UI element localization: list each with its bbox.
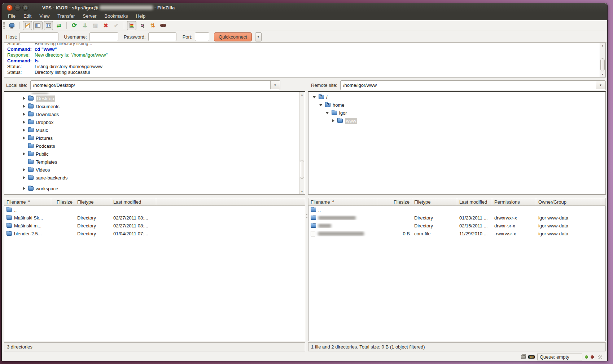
refresh-button[interactable]: ⟳ [70, 21, 79, 30]
disconnect-button[interactable]: ✖ [101, 21, 110, 30]
tree-item-root[interactable]: / [308, 93, 605, 101]
quickconnect-dropdown-button[interactable]: ▼ [255, 32, 262, 41]
scroll-down-icon[interactable]: ▼ [600, 72, 605, 77]
scroll-up-icon[interactable]: ▲ [600, 43, 605, 48]
toggle-local-tree-button[interactable] [33, 21, 43, 30]
host-input[interactable] [19, 32, 58, 41]
file-row[interactable]: Mašinski m... Directory 02/27/2011 08:..… [4, 222, 305, 230]
activity-led-green [585, 355, 588, 359]
local-tree-scrollbar[interactable]: ▲ ▼ [299, 92, 305, 194]
remote-site-dropdown[interactable]: ▼ [596, 81, 605, 89]
column-owner-group[interactable]: Owner/Group [536, 198, 601, 205]
maximize-button[interactable]: ▢ [22, 5, 29, 11]
tree-item-clipped[interactable] [4, 92, 305, 94]
expand-icon[interactable] [332, 119, 334, 122]
port-input[interactable] [195, 32, 209, 41]
synchronized-browsing-button[interactable]: ⇅ [148, 21, 157, 30]
local-site-combobox[interactable]: /home/igor/Desktop/ ▼ [30, 80, 280, 90]
username-input[interactable] [89, 32, 118, 41]
tree-item-sane-backends[interactable]: sane-backends [4, 174, 305, 182]
tree-item-workspace[interactable]: workspace [4, 185, 305, 192]
column-filetype[interactable]: Filetype [412, 198, 457, 205]
toolbar-grip[interactable] [3, 22, 5, 29]
tree-item-desktop[interactable]: Desktop [4, 94, 305, 102]
file-row[interactable]: 0 B com-file 11/29/2010 ... -rwxrwsr-x i… [308, 230, 605, 238]
scrollbar-thumb[interactable] [600, 58, 605, 71]
cancel-button[interactable]: ▨ [91, 21, 100, 30]
expand-icon[interactable] [23, 97, 25, 100]
toggle-log-button[interactable] [23, 21, 32, 30]
expand-icon[interactable] [23, 113, 25, 116]
expand-icon[interactable] [23, 105, 25, 108]
scroll-up-icon[interactable]: ▲ [299, 92, 305, 97]
column-filesize[interactable]: Filesize [51, 198, 75, 205]
column-filetype[interactable]: Filetype [75, 198, 111, 205]
tree-item-downloads[interactable]: Downloads [4, 110, 305, 118]
column-last-modified[interactable]: Last modified [111, 198, 156, 205]
column-filename[interactable]: Filename^ [4, 198, 51, 205]
tree-item-music[interactable]: Music [4, 126, 305, 134]
toggle-queue-button[interactable]: ⇄ [54, 21, 64, 30]
find-files-button[interactable] [158, 21, 168, 30]
expand-icon[interactable] [23, 187, 25, 190]
process-queue-button[interactable]: ⇊ [80, 21, 89, 30]
column-filesize[interactable]: Filesize [377, 198, 412, 205]
collapse-icon[interactable] [326, 112, 329, 114]
column-permissions[interactable]: Permissions [492, 198, 536, 205]
expand-icon[interactable] [23, 129, 25, 132]
expand-icon[interactable] [23, 168, 25, 171]
expand-icon[interactable] [23, 121, 25, 124]
file-row[interactable]: Directory 02/15/2011 ... drwxr-sr-x igor… [308, 222, 605, 230]
menu-edit[interactable]: Edit [19, 12, 35, 20]
expand-icon[interactable] [23, 137, 25, 139]
tree-item-public[interactable]: Public [4, 150, 305, 158]
menu-file[interactable]: File [4, 12, 19, 20]
title-bar[interactable]: ✕ — ▢ VPS - IGOR - sftp://igor@ - FileZi… [2, 3, 607, 12]
menu-server[interactable]: Server [79, 12, 100, 20]
menu-help[interactable]: Help [132, 12, 150, 20]
panel-splitter[interactable] [305, 80, 308, 352]
directory-comparison-icon [141, 24, 144, 27]
file-row[interactable]: Mašinski Sk... Directory 02/27/2011 08:.… [4, 214, 305, 222]
quickconnect-button[interactable]: Quickconnect [214, 32, 252, 41]
file-row-up[interactable]: .. [4, 206, 305, 214]
reconnect-button[interactable]: ✔ [111, 21, 121, 30]
tree-item-igor[interactable]: igor [308, 109, 605, 117]
file-row[interactable]: blender-2.5... Directory 01/04/2011 07:.… [4, 230, 305, 238]
collapse-icon[interactable] [319, 104, 322, 106]
column-last-modified[interactable]: Last modified [457, 198, 492, 205]
tree-item-podcasts[interactable]: Podcasts [4, 142, 305, 150]
close-button[interactable]: ✕ [6, 5, 13, 11]
expand-icon[interactable] [23, 152, 25, 155]
menu-transfer[interactable]: Transfer [53, 12, 79, 20]
column-filename[interactable]: Filename^ [308, 198, 377, 205]
expand-icon[interactable] [23, 176, 25, 179]
log-scrollbar[interactable]: ▲ ▼ [600, 43, 605, 77]
remote-site-combobox[interactable]: /home/igor/www ▼ [340, 80, 606, 90]
tree-item-documents[interactable]: Documents [4, 102, 305, 110]
local-site-dropdown[interactable]: ▼ [270, 81, 280, 89]
toggle-remote-tree-button[interactable] [44, 21, 53, 30]
password-input[interactable] [148, 32, 176, 41]
tree-item-pictures[interactable]: Pictures [4, 134, 305, 142]
menu-bookmarks[interactable]: Bookmarks [101, 12, 132, 20]
file-row-up[interactable]: .. [308, 206, 605, 214]
folder-icon [28, 168, 34, 172]
message-log[interactable]: Status:Retrieving directory listing... C… [4, 43, 606, 77]
directory-comparison-button[interactable] [137, 21, 147, 30]
site-manager-button[interactable] [7, 21, 17, 30]
file-row[interactable]: Directory 01/23/2011 ... drwxrwxr-x igor… [308, 214, 605, 222]
minimize-button[interactable]: — [14, 5, 21, 11]
tree-item-home[interactable]: home [308, 101, 605, 109]
tree-item-dropbox[interactable]: Dropbox [4, 118, 305, 126]
menu-view[interactable]: View [35, 12, 53, 20]
tree-item-templates[interactable]: Templates [4, 158, 305, 166]
scrollbar-thumb[interactable] [300, 160, 304, 179]
tree-item-videos[interactable]: Videos [4, 166, 305, 174]
resize-grip[interactable] [598, 355, 602, 359]
filter-button[interactable] [127, 21, 136, 30]
collapse-icon[interactable] [313, 96, 316, 98]
remote-status-bar: 1 file and 2 directories. Total size: 0 … [308, 342, 606, 351]
tree-item-www[interactable]: www [308, 117, 605, 125]
scroll-down-icon[interactable]: ▼ [299, 189, 305, 194]
